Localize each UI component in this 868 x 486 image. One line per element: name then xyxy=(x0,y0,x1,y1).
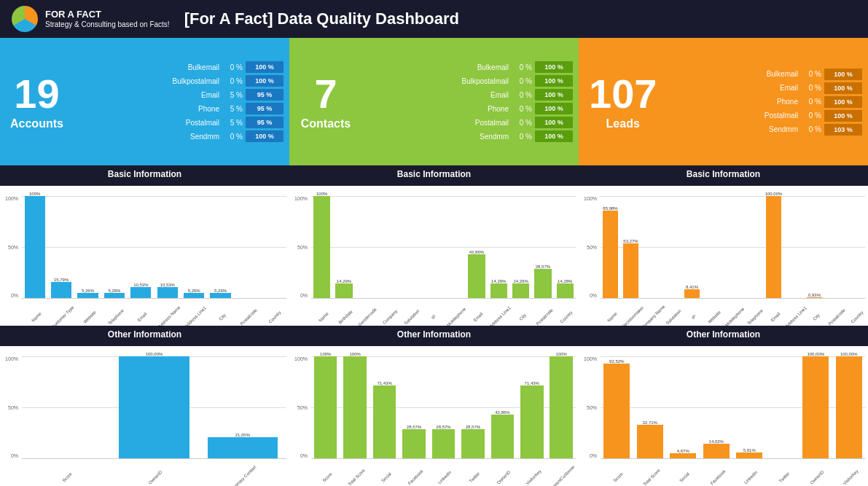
bar-pct-label: 100% xyxy=(29,192,40,196)
chart-bar: 10,53%Email xyxy=(128,196,154,298)
chart-bar: Telephone xyxy=(743,196,763,298)
chart-bar: Company Name xyxy=(641,196,661,298)
chart-bar: Twitter xyxy=(767,356,799,458)
bar-fill xyxy=(210,293,230,298)
field-name: Phone xyxy=(450,105,509,113)
bar-pct-label: 5,26% xyxy=(214,289,227,293)
bar-fill xyxy=(623,243,639,298)
bar-x-label: Country xyxy=(560,310,574,324)
bar-pct-label: 28,57% xyxy=(536,264,550,269)
col-leads: 107 Leads Bulkemail 0 % 100 % Email 0 % … xyxy=(579,38,868,486)
chart-bar: 100,00%VisitorKey xyxy=(833,356,866,458)
chart-bar: 5,61%LinkedIn xyxy=(733,356,766,458)
field-row: Email 5 % 95 % xyxy=(77,89,284,101)
count-label-leads: Leads xyxy=(606,117,640,130)
chart-bar: Mobilephone xyxy=(723,196,743,298)
bar-fill xyxy=(766,196,782,298)
bar-fill xyxy=(104,293,125,298)
chart-bar: 71,43%VisitorKey xyxy=(517,356,546,458)
bar-x-label: OwnerID xyxy=(496,470,512,485)
chart-bar: Salutation xyxy=(662,196,681,298)
bar-fill xyxy=(130,287,151,298)
bar-x-label: Twitter xyxy=(778,471,791,484)
field-pct: 0 % xyxy=(512,77,532,85)
chart-bar: 100%Name xyxy=(311,196,332,298)
bar-x-label: Website xyxy=(82,310,97,324)
chart-bar: 28,57%Facebook xyxy=(399,356,428,458)
bar-pct-label: 14,29% xyxy=(337,279,351,283)
chart-bar: 5,26%Website xyxy=(75,196,101,298)
field-bar: 100 % xyxy=(246,75,284,87)
bar-pct-label: 100% xyxy=(316,192,327,196)
bar-pct-label: 14,29% xyxy=(513,279,528,283)
field-pct: 0 % xyxy=(512,63,532,71)
y-axis: 100%50%0% xyxy=(289,356,310,458)
chart-bar: 5,26%City xyxy=(208,196,233,298)
bar-pct-label: 0,93% xyxy=(808,293,821,297)
bar-pct-label: 42,86% xyxy=(469,250,484,254)
bar-x-label: OwnerID xyxy=(148,470,163,485)
bar-fill xyxy=(402,429,426,458)
chart-bar: 5,26%Address Line1 xyxy=(181,196,206,298)
bar-pct-label: 100,00% xyxy=(840,352,858,356)
bar-x-label: IP xyxy=(690,314,696,320)
chart-bar: Country xyxy=(261,196,286,298)
bar-pct-label: 100,00% xyxy=(765,192,783,196)
bar-x-label: Telephone xyxy=(746,308,764,326)
bar-x-label: City xyxy=(518,313,527,321)
bar-x-label: Facebook xyxy=(407,469,424,486)
chart-bar: Mobilephone xyxy=(444,196,465,298)
bar-pct-label: 28,57% xyxy=(436,425,450,429)
chart-bar: Country xyxy=(845,196,865,298)
field-bar: 100 % xyxy=(535,89,573,101)
chart-bar: 28,57%LinkedIn xyxy=(429,356,458,458)
bar-pct-label: 28,57% xyxy=(466,425,480,429)
bar-pct-label: 10,53% xyxy=(133,283,148,287)
chart-bar: 10,53%Address Name xyxy=(155,196,180,298)
bar-pct-label: 8,41% xyxy=(686,285,698,289)
bar-pct-label: 100,00% xyxy=(807,352,824,356)
count-label-contacts: Contacts xyxy=(301,117,351,130)
bar-x-label: Postalcode xyxy=(239,308,257,326)
bar-fill xyxy=(637,425,663,458)
bar-x-label: VisitorKey xyxy=(525,469,541,485)
basic-info-label-contacts: Basic Information xyxy=(289,165,579,186)
bar-pct-label: 5,26% xyxy=(188,289,200,293)
field-bar: 103 % xyxy=(824,124,862,136)
bar-fill xyxy=(557,283,574,298)
basic-chart-contacts: 100%50%0%100%Name14,29%BirthdateGenderco… xyxy=(289,186,579,326)
basic-chart-accounts: 100%50%0%100%Name15,79%Customer Type5,26… xyxy=(0,186,289,326)
chart-bar: 42,86%OwnerID xyxy=(488,356,517,458)
chart-bar: 4,67%Social xyxy=(667,356,700,458)
y-label: 50% xyxy=(8,405,18,410)
bar-x-label: LinkedIn xyxy=(743,470,758,485)
chart-bar: 8,41%IP xyxy=(682,196,702,298)
bar-fill xyxy=(51,282,71,298)
y-label: 100% xyxy=(294,356,308,361)
bar-x-label: City xyxy=(218,313,227,321)
bar-pct-label: 85,98% xyxy=(603,206,617,211)
bar-pct-label: 14,29% xyxy=(491,279,506,283)
field-bar: 100 % xyxy=(824,68,862,80)
field-name: Sendmm xyxy=(161,133,219,141)
field-bar: 100 % xyxy=(535,117,573,128)
field-row: Postalmail 0 % 100 % xyxy=(670,110,862,122)
bar-fill xyxy=(25,196,45,298)
field-name: Email xyxy=(740,84,798,92)
bar-x-label: Total Score xyxy=(642,468,660,486)
bar-pct-label: 42,86% xyxy=(495,410,509,415)
bar-x-label: Decisionmaker xyxy=(620,305,644,326)
bar-x-label: Company xyxy=(382,309,398,325)
field-pct: 0 % xyxy=(512,105,532,113)
chart-bar: 71,43%Social xyxy=(370,356,399,458)
bar-fill xyxy=(468,254,485,298)
field-row: Bulkpostalmail 0 % 100 % xyxy=(365,75,573,87)
field-row: Postalmail 5 % 95 % xyxy=(77,117,284,128)
other-info-label-contacts: Other Information xyxy=(289,326,579,346)
bar-pct-label: 28,57% xyxy=(407,425,421,429)
bar-fill xyxy=(670,453,696,458)
bar-pct-label: 92,52% xyxy=(609,359,624,364)
field-pct: 0 % xyxy=(512,91,532,99)
bar-fill xyxy=(836,356,862,458)
bar-fill xyxy=(157,287,178,298)
